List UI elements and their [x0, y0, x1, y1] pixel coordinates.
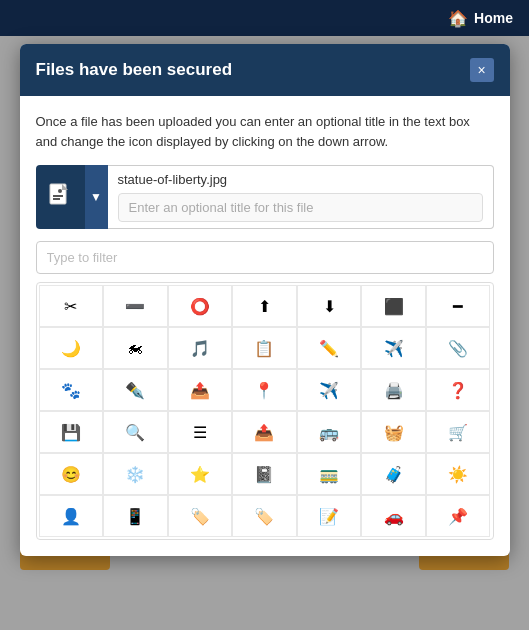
icon-cell[interactable]: 😊 [39, 453, 104, 495]
icon-cell[interactable]: 🚗 [361, 495, 426, 537]
icon-cell[interactable]: ⬇ [297, 285, 362, 327]
icon-cell[interactable]: ✏️ [297, 327, 362, 369]
svg-point-3 [58, 189, 62, 193]
icon-cell[interactable]: 📝 [297, 495, 362, 537]
icon-cell[interactable]: 📍 [232, 369, 297, 411]
icon-cell[interactable]: 📌 [426, 495, 491, 537]
modal-dialog: Files have been secured × Once a file ha… [20, 44, 510, 556]
icon-cell[interactable]: ⭐ [168, 453, 233, 495]
svg-rect-1 [53, 195, 63, 197]
icon-cell[interactable]: ➖ [103, 285, 168, 327]
icon-cell[interactable]: ❄️ [103, 453, 168, 495]
icon-cell[interactable]: ✈️ [361, 327, 426, 369]
file-icon-box [36, 165, 84, 229]
icon-cell[interactable]: ☀️ [426, 453, 491, 495]
icon-cell[interactable]: 🛒 [426, 411, 491, 453]
icon-cell[interactable]: ⬆ [232, 285, 297, 327]
modal-title: Files have been secured [36, 60, 233, 80]
modal-close-button[interactable]: × [470, 58, 494, 82]
top-bar: 🏠 Home [0, 0, 529, 36]
icon-cell[interactable]: ✈️ [297, 369, 362, 411]
filter-input[interactable] [47, 242, 483, 273]
icon-cell[interactable]: 🚌 [297, 411, 362, 453]
icon-cell[interactable]: 🧳 [361, 453, 426, 495]
icon-cell[interactable]: ✒️ [103, 369, 168, 411]
icon-cell[interactable]: ⬛ [361, 285, 426, 327]
home-label[interactable]: Home [474, 10, 513, 26]
icon-cell[interactable]: 🏷️ [232, 495, 297, 537]
file-title-input[interactable] [118, 193, 483, 222]
icon-cell[interactable]: 💾 [39, 411, 104, 453]
icon-cell[interactable]: ☰ [168, 411, 233, 453]
icon-cell[interactable]: 📤 [168, 369, 233, 411]
file-info-box: statue-of-liberty.jpg [108, 165, 494, 229]
icon-cell[interactable]: 🧺 [361, 411, 426, 453]
icon-cell[interactable]: ⭕ [168, 285, 233, 327]
icon-cell[interactable]: 🏷️ [168, 495, 233, 537]
icon-cell[interactable]: 📱 [103, 495, 168, 537]
icon-cell[interactable]: 👤 [39, 495, 104, 537]
modal-overlay: Files have been secured × Once a file ha… [0, 36, 529, 630]
icon-grid: ✂➖⭕⬆⬇⬛━🌙🏍🎵📋✏️✈️📎🐾✒️📤📍✈️🖨️❓💾🔍☰📤🚌🧺🛒😊❄️⭐📓🚃🧳… [37, 283, 493, 539]
icon-cell[interactable]: 🖨️ [361, 369, 426, 411]
file-dropdown-button[interactable]: ▼ [84, 165, 108, 229]
modal-header: Files have been secured × [20, 44, 510, 96]
modal-body: Once a file has been uploaded you can en… [20, 96, 510, 556]
icon-cell[interactable]: 🚃 [297, 453, 362, 495]
icon-cell[interactable]: 🌙 [39, 327, 104, 369]
icon-cell[interactable]: 📤 [232, 411, 297, 453]
icon-cell[interactable]: 📋 [232, 327, 297, 369]
icon-cell[interactable]: ✂ [39, 285, 104, 327]
icon-grid-wrapper: ✂➖⭕⬆⬇⬛━🌙🏍🎵📋✏️✈️📎🐾✒️📤📍✈️🖨️❓💾🔍☰📤🚌🧺🛒😊❄️⭐📓🚃🧳… [36, 282, 494, 540]
icon-cell[interactable]: 🔍 [103, 411, 168, 453]
modal-description: Once a file has been uploaded you can en… [36, 112, 494, 151]
file-icon [48, 183, 72, 211]
icon-cell[interactable]: 🏍 [103, 327, 168, 369]
close-icon: × [477, 62, 485, 78]
file-name: statue-of-liberty.jpg [118, 172, 483, 187]
icon-cell[interactable]: ━ [426, 285, 491, 327]
file-row: ▼ statue-of-liberty.jpg [36, 165, 494, 229]
home-nav[interactable]: 🏠 Home [448, 9, 513, 28]
home-icon: 🏠 [448, 9, 468, 28]
icon-cell[interactable]: 🎵 [168, 327, 233, 369]
icon-cell[interactable]: 📎 [426, 327, 491, 369]
icon-cell[interactable]: ❓ [426, 369, 491, 411]
dropdown-arrow-icon: ▼ [90, 190, 102, 204]
icon-cell[interactable]: 🐾 [39, 369, 104, 411]
icon-cell[interactable]: 📓 [232, 453, 297, 495]
svg-rect-2 [53, 198, 60, 200]
filter-input-wrap [36, 241, 494, 274]
